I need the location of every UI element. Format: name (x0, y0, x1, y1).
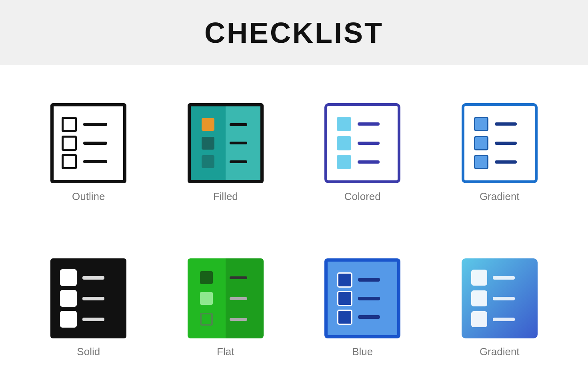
icon-cell-gradient-bottom: Gradient (435, 237, 564, 380)
header: CHECKLIST (0, 0, 588, 65)
icon-label-flat: Flat (217, 346, 234, 358)
flat-icon[interactable] (188, 258, 264, 338)
icon-label-blue: Blue (352, 346, 373, 358)
page-title: CHECKLIST (204, 16, 384, 49)
blue-icon[interactable] (324, 258, 400, 338)
icon-cell-gradient-top: Gradient (435, 81, 564, 225)
outline-icon[interactable] (50, 103, 126, 183)
icon-cell-flat: Flat (161, 237, 290, 380)
icons-grid: Outline Filled (0, 65, 588, 392)
solid-icon[interactable] (50, 258, 126, 338)
icon-label-colored: Colored (344, 190, 381, 203)
gradient-bottom-icon[interactable] (462, 258, 538, 338)
gradient-top-icon[interactable] (462, 103, 538, 183)
icon-cell-filled: Filled (161, 81, 290, 225)
icon-label-filled: Filled (213, 190, 238, 203)
icon-label-outline: Outline (72, 190, 105, 203)
icon-cell-outline: Outline (24, 81, 153, 225)
icon-cell-blue: Blue (298, 237, 427, 380)
colored-icon[interactable] (324, 103, 400, 183)
filled-icon[interactable] (188, 103, 264, 183)
icon-label-solid: Solid (77, 346, 100, 358)
icon-cell-solid: Solid (24, 237, 153, 380)
icon-label-gradient-top: Gradient (480, 190, 520, 203)
icon-label-gradient-bottom: Gradient (480, 346, 520, 358)
icon-cell-colored: Colored (298, 81, 427, 225)
